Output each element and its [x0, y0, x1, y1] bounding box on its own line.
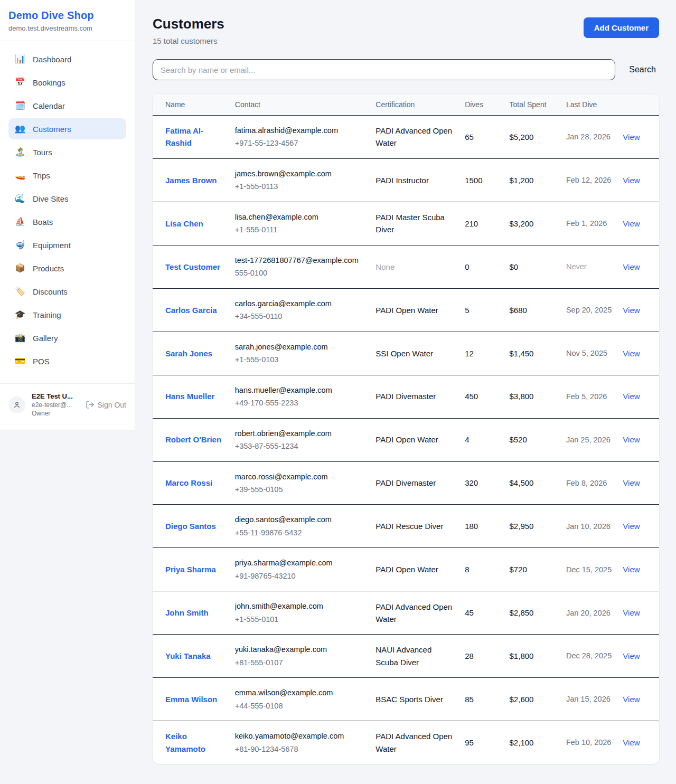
sidebar-item-label: Dive Sites: [33, 194, 69, 203]
customer-email: sarah.jones@example.com: [235, 341, 365, 353]
graduation-cap-icon: 🎓: [15, 310, 26, 319]
customer-phone: +1-555-0111: [235, 224, 365, 235]
user-email: e2e-tester@...: [32, 401, 83, 409]
sidebar-item-tours[interactable]: 🏝️Tours: [8, 141, 126, 163]
customer-name-link[interactable]: Lisa Chen: [165, 219, 203, 228]
sidebar-item-label: Tours: [33, 148, 52, 157]
sidebar-item-boats[interactable]: ⛵Boats: [8, 211, 126, 232]
action-cell: View: [617, 116, 659, 159]
last-dive-cell: Nov 5, 2025: [561, 332, 617, 375]
contact-cell: lisa.chen@example.com+1-555-0111: [230, 202, 371, 245]
sidebar-item-gallery[interactable]: 📸Gallery: [8, 327, 126, 348]
customer-phone: +353-87-555-1234: [235, 440, 365, 452]
sidebar-item-pos[interactable]: 💳POS: [8, 351, 126, 372]
customer-name-link[interactable]: Emma Wilson: [165, 695, 217, 704]
sign-out-icon: [86, 400, 95, 409]
customer-phone: +1-555-0101: [235, 613, 365, 625]
certification-cell: PADI Master Scuba Diver: [370, 202, 459, 245]
customer-name-link[interactable]: Robert O'Brien: [165, 435, 221, 444]
total-spent-cell: $720: [504, 548, 561, 591]
view-link[interactable]: View: [623, 478, 640, 487]
dives-cell: 320: [459, 461, 504, 505]
table-row: Yuki Tanakayuki.tanaka@example.com+81-55…: [153, 635, 659, 678]
dives-cell: 8: [459, 548, 504, 591]
view-link[interactable]: View: [623, 608, 640, 617]
customer-phone: +1-555-0103: [235, 354, 365, 365]
action-cell: View: [617, 245, 659, 288]
search-bar: Search: [153, 59, 659, 80]
sidebar-item-products[interactable]: 📦Products: [8, 258, 126, 279]
view-link[interactable]: View: [623, 522, 640, 531]
last-dive-cell: Feb 12, 2026: [561, 158, 617, 202]
sidebar-item-equipment[interactable]: 🤿Equipment: [8, 234, 126, 256]
table-row: James Brownjames.brown@example.com+1-555…: [153, 158, 659, 202]
camera-flash-icon: 📸: [15, 334, 26, 342]
certification-cell: SSI Open Water: [370, 332, 459, 375]
sidebar-item-dashboard[interactable]: 📊Dashboard: [8, 49, 126, 70]
total-spent-cell: $0: [504, 245, 561, 288]
user-info: E2E Test U... e2e-tester@... Owner: [32, 392, 83, 417]
customer-name-link[interactable]: Hans Mueller: [165, 392, 214, 401]
customer-phone: +49-170-555-2233: [235, 397, 365, 409]
customer-name-link[interactable]: Keiko Yamamoto: [165, 732, 205, 753]
customer-email: hans.mueller@example.com: [235, 384, 365, 396]
sidebar-item-label: Equipment: [33, 241, 71, 250]
table-row: Priya Sharmapriya.sharma@example.com+91-…: [153, 548, 659, 591]
view-link[interactable]: View: [623, 651, 640, 660]
view-link[interactable]: View: [623, 306, 640, 315]
view-link[interactable]: View: [623, 133, 640, 141]
view-link[interactable]: View: [623, 695, 640, 704]
table-row: Emma Wilsonemma.wilson@example.com+44-55…: [153, 678, 659, 721]
spiral-calendar-icon: 🗓️: [15, 101, 26, 110]
sidebar-item-training[interactable]: 🎓Training: [8, 304, 126, 325]
customer-name-link[interactable]: Priya Sharma: [165, 565, 216, 574]
view-link[interactable]: View: [623, 219, 640, 228]
customer-name-link[interactable]: Test Customer: [165, 262, 220, 271]
view-link[interactable]: View: [623, 738, 640, 747]
column-header: Name: [153, 94, 230, 116]
sidebar-item-customers[interactable]: 👥Customers: [8, 118, 126, 139]
search-button[interactable]: Search: [629, 65, 656, 74]
customer-email: test-1772681807767@example.com: [235, 254, 365, 266]
view-link[interactable]: View: [623, 565, 640, 574]
sidebar-item-label: Training: [33, 310, 61, 319]
table-header-row: NameContactCertificationDivesTotal Spent…: [153, 94, 659, 116]
sidebar-item-bookings[interactable]: 📅Bookings: [8, 72, 126, 93]
customer-email: emma.wilson@example.com: [235, 687, 365, 698]
certification-cell: PADI Rescue Diver: [370, 505, 459, 548]
last-dive-cell: Jan 20, 2026: [561, 591, 617, 635]
view-link[interactable]: View: [623, 392, 640, 401]
customer-name-link[interactable]: Fatima Al-Rashid: [165, 126, 203, 147]
customer-name-link[interactable]: Sarah Jones: [165, 349, 212, 358]
last-dive-cell: Jan 10, 2026: [561, 505, 617, 548]
sidebar-item-discounts[interactable]: 🏷️Discounts: [8, 281, 126, 302]
customer-phone: +44-555-0108: [235, 700, 365, 712]
customer-name-link[interactable]: Yuki Tanaka: [165, 651, 211, 660]
customer-name-link[interactable]: Marco Rossi: [165, 478, 212, 487]
contact-cell: hans.mueller@example.com+49-170-555-2233: [230, 375, 371, 418]
last-dive-cell: Jan 15, 2026: [561, 678, 617, 721]
customer-name-link[interactable]: John Smith: [165, 608, 209, 617]
sidebar-item-trips[interactable]: 🚤Trips: [8, 165, 126, 186]
total-spent-cell: $680: [504, 288, 561, 332]
customer-name-link[interactable]: Diego Santos: [165, 522, 216, 531]
sidebar-item-calendar[interactable]: 🗓️Calendar: [8, 95, 126, 116]
customer-name-link[interactable]: Carlos Garcia: [165, 306, 217, 315]
table-row: Test Customertest-1772681807767@example.…: [153, 245, 659, 288]
add-customer-button[interactable]: Add Customer: [584, 17, 659, 38]
action-cell: View: [617, 548, 659, 591]
customer-phone: +34-555-0110: [235, 310, 365, 322]
view-link[interactable]: View: [623, 349, 640, 358]
search-input[interactable]: [153, 59, 615, 80]
sign-out-button[interactable]: Sign Out: [86, 400, 126, 409]
certification-cell: PADI Divemaster: [370, 375, 459, 418]
customer-name-link[interactable]: James Brown: [165, 176, 217, 185]
view-link[interactable]: View: [623, 262, 640, 271]
view-link[interactable]: View: [623, 176, 640, 185]
view-link[interactable]: View: [623, 435, 640, 444]
sidebar-item-label: Bookings: [33, 78, 65, 87]
column-header: Contact: [230, 94, 371, 116]
sidebar-item-label: Gallery: [33, 334, 58, 343]
sidebar-item-dive-sites[interactable]: 🌊Dive Sites: [8, 188, 126, 209]
action-cell: View: [617, 721, 659, 764]
